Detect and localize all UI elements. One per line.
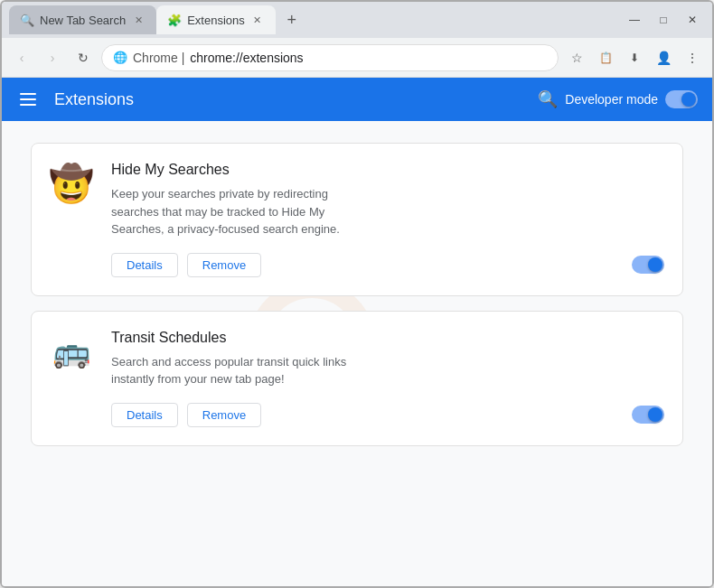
extensions-page-title: Extensions — [54, 90, 134, 109]
tab1-close[interactable]: ✕ — [131, 13, 146, 27]
search-icon[interactable]: 🔍 — [538, 89, 558, 109]
ext-actions-2: Details Remove — [111, 403, 664, 427]
ext-card-inner-1: 🤠 Hide My Searches Keep your searches pr… — [50, 162, 664, 277]
url-bar[interactable]: 🌐 Chrome | chrome://extensions — [101, 44, 559, 71]
extensions-content: fish 🤠 Hide My Searches Keep your search… — [2, 121, 712, 586]
enable-toggle-2[interactable] — [632, 406, 664, 424]
ext-toggle-area-1 — [632, 256, 664, 274]
enable-toggle-1[interactable] — [632, 256, 664, 274]
browser-window: 🔍 New Tab Search ✕ 🧩 Extensions ✕ + — □ … — [0, 0, 714, 588]
forward-button[interactable]: › — [40, 45, 65, 70]
ext-name-2: Transit Schedules — [111, 330, 664, 346]
window-controls: — □ ✕ — [622, 7, 705, 33]
close-button[interactable]: ✕ — [680, 7, 705, 33]
url-path: chrome://extensions — [190, 51, 303, 65]
developer-mode-label: Developer mode — [565, 92, 658, 107]
reload-button[interactable]: ↻ — [70, 45, 96, 70]
ext-desc-2: Search and access popular transit quick … — [111, 353, 364, 388]
header-right-controls: 🔍 Developer mode — [538, 89, 698, 109]
hamburger-line3 — [20, 104, 36, 106]
extension-card-hide-my-searches: 🤠 Hide My Searches Keep your searches pr… — [31, 143, 683, 296]
tab-new-tab-search[interactable]: 🔍 New Tab Search ✕ — [9, 5, 156, 34]
hamburger-line2 — [20, 98, 36, 100]
toggle-knob — [681, 92, 696, 107]
extension-card-transit-schedules: 🚌 Transit Schedules Search and access po… — [31, 311, 683, 446]
address-actions: ☆ 📋 ⬇ 👤 ⋮ — [564, 45, 705, 70]
address-bar: ‹ › ↻ 🌐 Chrome | chrome://extensions ☆ 📋… — [2, 38, 712, 78]
title-bar: 🔍 New Tab Search ✕ 🧩 Extensions ✕ + — □ … — [2, 2, 712, 38]
maximize-button[interactable]: □ — [651, 7, 676, 33]
tab1-label: New Tab Search — [40, 14, 126, 27]
transit-schedules-icon: 🚌 — [50, 330, 93, 373]
ext-desc-1: Keep your searches private by redirectin… — [111, 185, 364, 238]
save-to-reading-list-button[interactable]: 📋 — [593, 45, 618, 70]
toggle-knob-2 — [648, 407, 662, 422]
hamburger-line1 — [20, 93, 36, 95]
ext-info-2: Transit Schedules Search and access popu… — [111, 330, 664, 427]
hamburger-menu-button[interactable] — [16, 89, 40, 109]
remove-button-1[interactable]: Remove — [187, 253, 261, 277]
developer-mode-toggle[interactable] — [665, 90, 698, 108]
more-options-button[interactable]: ⋮ — [680, 45, 705, 70]
ext-card-inner-2: 🚌 Transit Schedules Search and access po… — [50, 330, 664, 427]
ext-toggle-area-2 — [632, 406, 664, 424]
bookmark-button[interactable]: ☆ — [564, 45, 589, 70]
tab2-label: Extensions — [187, 14, 245, 27]
chrome-globe-icon: 🌐 — [113, 51, 127, 64]
ext-actions-1: Details Remove — [111, 253, 664, 277]
ext-info-1: Hide My Searches Keep your searches priv… — [111, 162, 664, 277]
profile-button[interactable]: 👤 — [651, 45, 676, 70]
minimize-button[interactable]: — — [622, 7, 647, 33]
hide-my-searches-icon: 🤠 — [50, 162, 93, 205]
remove-button-2[interactable]: Remove — [187, 403, 261, 427]
download-icon-button[interactable]: ⬇ — [622, 45, 647, 70]
tab-extensions[interactable]: 🧩 Extensions ✕ — [156, 5, 276, 34]
details-button-1[interactable]: Details — [111, 253, 178, 277]
tab2-icon: 🧩 — [167, 14, 182, 27]
tab2-close[interactable]: ✕ — [250, 13, 265, 27]
url-origin: Chrome | — [133, 51, 184, 65]
details-button-2[interactable]: Details — [111, 403, 178, 427]
tab1-icon: 🔍 — [20, 14, 34, 27]
back-button[interactable]: ‹ — [9, 45, 34, 70]
new-tab-button[interactable]: + — [279, 7, 305, 33]
extensions-header: Extensions 🔍 Developer mode — [2, 78, 712, 121]
ext-name-1: Hide My Searches — [111, 162, 664, 178]
toggle-knob-1 — [648, 257, 662, 272]
